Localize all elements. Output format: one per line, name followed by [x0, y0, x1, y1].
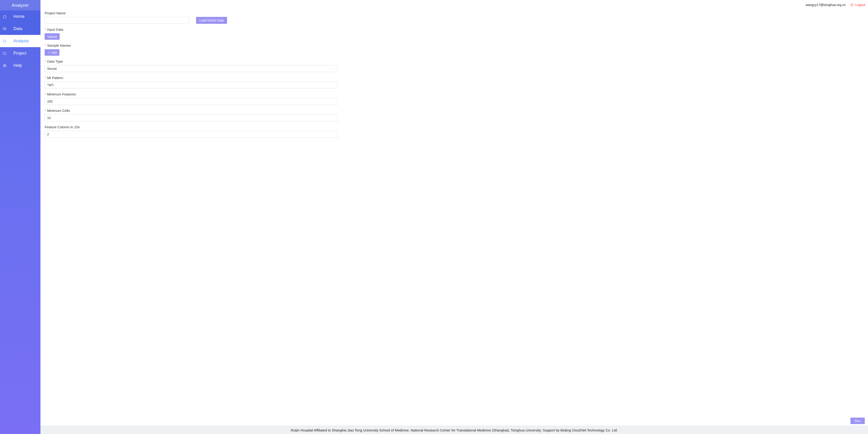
required-star-icon: * [44, 60, 46, 63]
help-icon [2, 64, 7, 67]
required-star-icon: * [44, 44, 46, 47]
logout-button[interactable]: Logout [850, 3, 865, 7]
home-icon [2, 15, 7, 19]
mt-pattern-label: * Mt Pattern [44, 74, 864, 80]
app-logo: Analyzer [0, 0, 40, 10]
load-demo-button[interactable]: Load Demo Data [196, 17, 227, 24]
chevron-down-icon: ⌄ [333, 67, 335, 70]
sidebar: Analyzer Home Data Analysis [0, 0, 40, 434]
data-type-select[interactable]: Seurat ⌄ [44, 65, 338, 72]
add-sample-button[interactable]: ＋ Add [44, 49, 59, 56]
power-icon [850, 3, 854, 7]
svg-point-1 [3, 40, 6, 42]
sidebar-item-help[interactable]: Help [0, 59, 40, 72]
data-type-value: Seurat [47, 67, 57, 70]
target-icon [2, 39, 7, 43]
run-bar: Run [40, 416, 868, 426]
required-star-icon: * [44, 109, 46, 112]
sidebar-item-home[interactable]: Home [0, 10, 40, 23]
sidebar-item-data[interactable]: Data [0, 23, 40, 35]
required-star-icon: * [44, 93, 46, 96]
feature-column-input[interactable] [44, 131, 338, 138]
sidebar-item-project[interactable]: Project [0, 47, 40, 59]
mt-pattern-input[interactable] [44, 81, 338, 89]
footer-text: Ruijin Hospital Affiliated to Shanghai J… [291, 428, 618, 432]
run-button[interactable]: Run [850, 418, 865, 424]
min-features-label: * Minimum Features [44, 91, 864, 96]
sidebar-item-label: Help [13, 63, 22, 68]
footer: Ruijin Hospital Affiliated to Shanghai J… [40, 426, 868, 434]
feature-column-label: Feature Column in 10x [44, 124, 864, 129]
data-type-label: * Data Type [44, 58, 864, 63]
min-features-input[interactable] [44, 98, 338, 105]
min-cells-input[interactable] [44, 114, 338, 121]
sidebar-nav: Home Data Analysis Project [0, 10, 40, 72]
logout-label: Logout [855, 3, 865, 7]
topbar: wangzy17@tsinghua.org.cn Logout [40, 0, 868, 10]
sidebar-item-label: Analysis [13, 39, 29, 43]
project-name-label: Project Name [44, 10, 189, 15]
project-name-input[interactable] [44, 17, 189, 24]
form-area: Project Name Load Demo Data * Input Data… [40, 10, 868, 416]
svg-point-2 [3, 64, 6, 67]
plus-icon: ＋ [48, 51, 51, 54]
upload-button[interactable]: Upload [44, 33, 60, 40]
chart-icon [2, 27, 7, 31]
sample-names-label: * Sample Names [44, 42, 864, 47]
input-data-label: * Input Data [44, 26, 864, 31]
sidebar-item-label: Home [13, 14, 25, 19]
required-star-icon: * [44, 28, 46, 31]
min-cells-label: * Minimum Cells [44, 107, 864, 112]
user-email: wangzy17@tsinghua.org.cn [806, 3, 845, 7]
required-star-icon: * [44, 76, 46, 79]
sidebar-item-label: Data [13, 26, 22, 31]
sidebar-item-label: Project [13, 51, 26, 56]
folder-icon [2, 52, 7, 55]
sidebar-item-analysis[interactable]: Analysis [0, 35, 40, 47]
svg-point-3 [4, 65, 5, 66]
main-content: wangzy17@tsinghua.org.cn Logout Project … [40, 0, 868, 434]
